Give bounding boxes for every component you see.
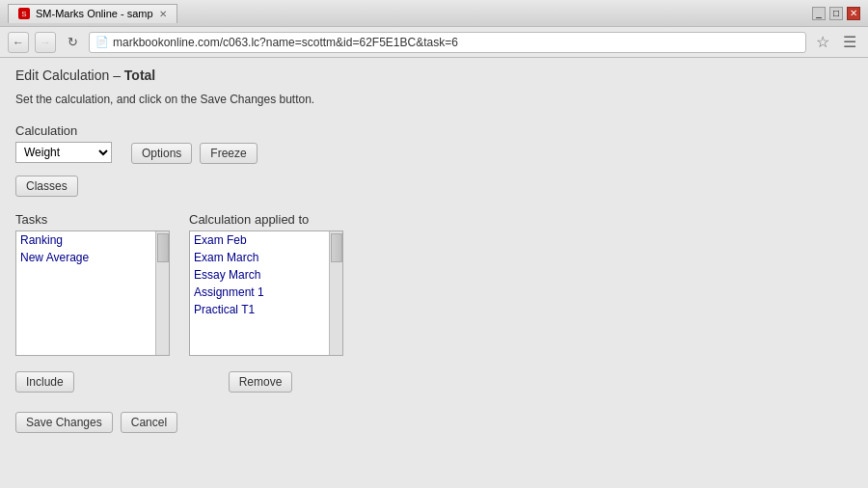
back-button[interactable]: ← <box>8 32 29 53</box>
forward-button[interactable]: → <box>35 32 56 53</box>
page-title: Edit Calculation – Total <box>15 68 853 83</box>
applied-item-assignment1[interactable]: Assignment 1 <box>190 284 342 301</box>
tab-close-icon[interactable]: ✕ <box>159 9 167 19</box>
maximize-button[interactable]: □ <box>829 7 843 20</box>
window-controls: _ □ ✕ <box>812 7 860 20</box>
applied-item-exam-march[interactable]: Exam March <box>190 249 342 266</box>
classes-button[interactable]: Classes <box>15 176 78 197</box>
close-button[interactable]: ✕ <box>847 7 860 20</box>
applied-scrollbar-thumb <box>331 233 342 262</box>
menu-button[interactable]: ☰ <box>839 33 860 51</box>
page-title-bold: Total <box>124 68 155 83</box>
calculation-select[interactable]: Weight <box>15 142 112 163</box>
applied-item-practical-t1[interactable]: Practical T1 <box>190 301 342 318</box>
remove-button[interactable]: Remove <box>229 371 293 393</box>
url-bar[interactable]: 📄 markbookonline.com/c063.lc?name=scottm… <box>89 32 806 53</box>
cancel-button[interactable]: Cancel <box>121 412 177 433</box>
tasks-scrollbar <box>155 231 169 355</box>
tasks-section: Tasks Ranking New Average <box>15 212 170 356</box>
tasks-label: Tasks <box>15 212 170 227</box>
applied-scrollbar <box>329 231 342 355</box>
address-bar: ← → ↻ 📄 markbookonline.com/c063.lc?name=… <box>0 27 868 58</box>
page-title-text: Edit Calculation – <box>15 68 124 83</box>
applied-item-exam-feb[interactable]: Exam Feb <box>190 231 342 249</box>
save-row: Save Changes Cancel <box>15 412 853 433</box>
url-text: markbookonline.com/c063.lc?name=scottm&i… <box>113 36 458 49</box>
action-row: Include Remove <box>15 371 853 393</box>
title-bar: S SM-Marks Online - samp ✕ _ □ ✕ <box>0 0 868 27</box>
include-button[interactable]: Include <box>15 371 74 393</box>
applied-item-essay-march[interactable]: Essay March <box>190 266 342 284</box>
calculation-section: Calculation Weight <box>15 123 112 163</box>
calc-applied-list[interactable]: Exam Feb Exam March Essay March Assignme… <box>189 230 343 356</box>
task-item-ranking[interactable]: Ranking <box>16 231 169 249</box>
instruction-text: Set the calculation, and click on the Sa… <box>15 93 853 106</box>
tasks-list[interactable]: Ranking New Average <box>15 230 170 356</box>
save-changes-button[interactable]: Save Changes <box>15 412 113 433</box>
browser-window: S SM-Marks Online - samp ✕ _ □ ✕ ← → ↻ 📄… <box>0 0 868 488</box>
options-button[interactable]: Options <box>131 143 192 164</box>
bookmark-button[interactable]: ☆ <box>812 33 833 51</box>
refresh-button[interactable]: ↻ <box>62 32 83 53</box>
options-freeze-group: Options Freeze <box>131 143 258 164</box>
calc-applied-section: Calculation applied to Exam Feb Exam Mar… <box>189 212 343 356</box>
minimize-button[interactable]: _ <box>812 7 826 20</box>
calculation-label: Calculation <box>15 123 112 138</box>
two-column-section: Tasks Ranking New Average Calculation ap… <box>15 212 853 356</box>
task-item-new-average[interactable]: New Average <box>16 249 169 266</box>
tab-label: SM-Marks Online - samp <box>36 8 153 19</box>
calculation-select-wrapper: Weight <box>15 142 112 163</box>
calc-applied-label: Calculation applied to <box>189 212 343 227</box>
favicon-icon: S <box>18 8 30 19</box>
page-content: Edit Calculation – Total Set the calcula… <box>0 58 868 488</box>
page-icon: 📄 <box>95 36 109 48</box>
freeze-button[interactable]: Freeze <box>200 143 257 164</box>
classes-row: Classes <box>15 176 853 197</box>
calculation-row: Calculation Weight Options Freeze <box>15 123 853 164</box>
tasks-scrollbar-thumb <box>157 233 169 262</box>
browser-tab[interactable]: S SM-Marks Online - samp ✕ <box>8 4 177 23</box>
